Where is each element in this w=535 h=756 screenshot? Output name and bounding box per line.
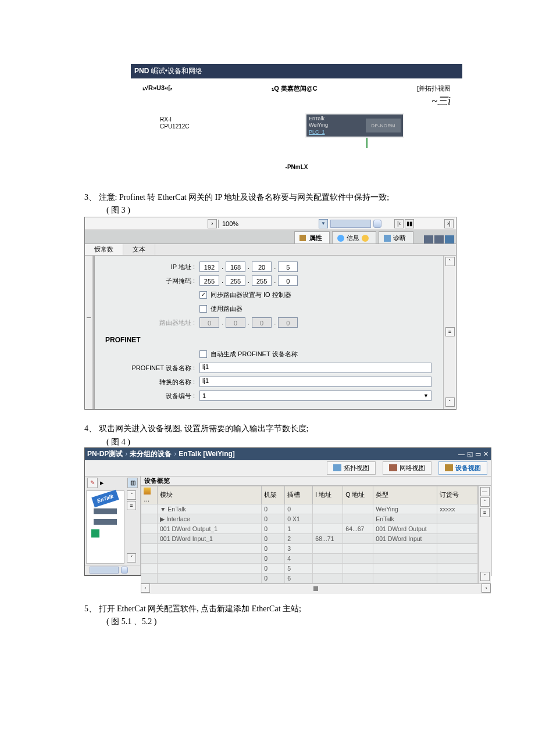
- table-cell: 0 X1: [285, 514, 313, 524]
- table-row[interactable]: ▶ Interface00 X1EnTalk: [141, 514, 478, 524]
- fig3-scrollbar[interactable]: ˄ ≡ ˅: [443, 256, 456, 409]
- figure-device-view: PN-DP测试 › 未分组的设备 › EnTalk [WeiYing] — ◱ …: [84, 447, 491, 576]
- hscroll-thumb[interactable]: [313, 586, 318, 591]
- col-slot[interactable]: 插槽: [285, 486, 313, 504]
- window-minimize-icon[interactable]: —: [458, 450, 465, 458]
- checkbox-sync-router[interactable]: [199, 291, 207, 299]
- view-device-button[interactable]: 设备视图: [438, 461, 487, 475]
- select-dev-no[interactable]: 1 ▼: [199, 390, 431, 401]
- nav-right-icon[interactable]: ›: [208, 219, 217, 228]
- device-thumbnail-pane: ✎ ▸ ▥ EnTalk ˄ ≡ ˅: [85, 476, 141, 575]
- view-network-button[interactable]: 网络视图: [383, 461, 431, 475]
- thumb-scroll-down[interactable]: ˅: [127, 553, 136, 562]
- mask-octet-4[interactable]: 0: [278, 275, 298, 286]
- scroll-down-icon[interactable]: ˅: [445, 397, 455, 407]
- nav-first-icon[interactable]: |‹: [394, 219, 404, 228]
- hscroll-right[interactable]: ›: [482, 583, 491, 593]
- table-row[interactable]: 05: [141, 563, 478, 573]
- window-button-c[interactable]: [445, 235, 454, 243]
- paragraph-5: 5、 打开 EtherCat 网关配置软件, 点击新建添加 EtherCat 主…: [84, 603, 459, 615]
- minimap[interactable]: [330, 220, 371, 228]
- window-button-a[interactable]: [424, 235, 433, 243]
- nav-pause-icon[interactable]: ▮▮: [405, 219, 414, 228]
- mask-octet-2[interactable]: 255: [226, 275, 245, 286]
- minimap-button[interactable]: [373, 220, 381, 228]
- table-cell: [158, 563, 262, 573]
- thumb-minimap-button[interactable]: [121, 567, 128, 574]
- table-cell: [343, 543, 373, 553]
- tab-properties[interactable]: 属性: [294, 231, 330, 243]
- col-order[interactable]: 订货号: [437, 486, 478, 504]
- table-scrollbar[interactable]: — ˄ ≡ ˅: [478, 486, 491, 583]
- crumb-0[interactable]: PN-DP测试: [87, 449, 123, 459]
- ip-octet-1[interactable]: 192: [199, 261, 219, 272]
- table-row[interactable]: ▼ EnTalk00WeiYingxxxxx: [141, 504, 478, 514]
- table-row[interactable]: 001 DWord Output_10164...67001 DWord Out…: [141, 524, 478, 533]
- col-module[interactable]: 模块: [158, 486, 262, 504]
- checkbox-use-router[interactable]: [199, 305, 207, 313]
- window-maximize-icon[interactable]: ▭: [475, 450, 481, 458]
- tab-info-label: 信息: [347, 234, 359, 242]
- mask-octet-3[interactable]: 255: [252, 275, 272, 286]
- scroll-up-icon[interactable]: ˄: [445, 257, 455, 266]
- table-cell: [313, 543, 343, 553]
- col-qaddr[interactable]: Q 地址: [343, 486, 373, 504]
- thumb-minimap[interactable]: [90, 567, 119, 574]
- window-button-b[interactable]: [434, 235, 444, 243]
- col-type[interactable]: 类型: [373, 486, 437, 504]
- thumb-scroll-up[interactable]: ˄: [127, 490, 136, 500]
- view-topology-label: 拓扑视图: [344, 464, 369, 472]
- gateway-block[interactable]: EnTalk WeiYing PLC_1 DP-NORM: [305, 113, 404, 138]
- ip-octet-4[interactable]: 5: [278, 261, 298, 272]
- input-pn-name[interactable]: lj1: [199, 363, 431, 373]
- split-gutter-left[interactable]: [85, 256, 93, 409]
- table-scroll-down[interactable]: ˅: [480, 572, 490, 581]
- dropdown-icon[interactable]: ▼: [319, 219, 328, 228]
- subtab-text[interactable]: 文本: [123, 244, 155, 255]
- col-rack[interactable]: 机架: [262, 486, 285, 504]
- input-conv-name[interactable]: lj1: [199, 377, 431, 387]
- table-scroll-up[interactable]: ˄: [480, 497, 490, 507]
- table-cell: 0: [262, 573, 285, 583]
- table-row[interactable]: 06: [141, 573, 478, 583]
- hscroll-left[interactable]: ‹: [141, 583, 150, 593]
- table-cell: ▶ Interface: [158, 514, 262, 524]
- table-scroll-menu[interactable]: —: [480, 487, 490, 496]
- scroll-mid-icon[interactable]: ≡: [445, 327, 455, 336]
- dp-norm-badge: DP-NORM: [366, 119, 401, 132]
- crumb-1[interactable]: 未分组的设备: [130, 449, 172, 459]
- mask-octet-1[interactable]: 255: [199, 275, 219, 286]
- table-row[interactable]: 04: [141, 553, 478, 563]
- table-cell: WeiYing: [373, 504, 437, 514]
- gw-plc-link[interactable]: PLC_1: [309, 129, 328, 135]
- table-row[interactable]: 001 DWord Input_10268...71001 DWord Inpu…: [141, 533, 478, 543]
- fig3-toolbar: › 100% ▼ |‹ ▮▮ ›|: [85, 217, 456, 230]
- table-cell: [313, 553, 343, 563]
- table-cell: [313, 563, 343, 573]
- tab-info[interactable]: 信息: [332, 231, 376, 243]
- subtab-constants[interactable]: 㤆常数: [85, 244, 123, 255]
- tab-diagnostics[interactable]: 诊断: [379, 231, 413, 243]
- checkbox-autogen-name[interactable]: [199, 350, 207, 358]
- thumb-tool-a[interactable]: ✎: [87, 478, 98, 488]
- table-cell: [313, 514, 343, 524]
- window-restore-icon[interactable]: ◱: [467, 450, 473, 458]
- plc-line2: CPU1212C: [160, 123, 190, 130]
- table-cell: [313, 524, 343, 533]
- ip-octet-2[interactable]: 168: [226, 261, 245, 272]
- table-scroll-mid[interactable]: ≡: [480, 508, 490, 517]
- table-row[interactable]: 03: [141, 543, 478, 553]
- view-topology-button[interactable]: 拓扑视图: [327, 461, 376, 475]
- ip-octet-3[interactable]: 20: [252, 261, 272, 272]
- crumb-2[interactable]: EnTalk [WeiYing]: [179, 450, 234, 458]
- view-switcher: 拓扑视图 网络视图 设备视图: [85, 460, 491, 476]
- window-close-icon[interactable]: ✕: [483, 450, 488, 458]
- paragraph-5-caption: ( 图 5.1 、5.2 ): [106, 617, 459, 627]
- col-iaddr[interactable]: I 地址: [313, 486, 343, 504]
- table-filter-icon[interactable]: [144, 488, 151, 495]
- device-thumbnail[interactable]: EnTalk: [86, 490, 124, 564]
- nav-last-icon[interactable]: ›|: [444, 219, 454, 228]
- table-hscroll[interactable]: ‹ ›: [141, 583, 491, 594]
- thumb-tool-b[interactable]: ▥: [127, 478, 138, 488]
- thumb-scroll-mid[interactable]: ≡: [127, 501, 136, 510]
